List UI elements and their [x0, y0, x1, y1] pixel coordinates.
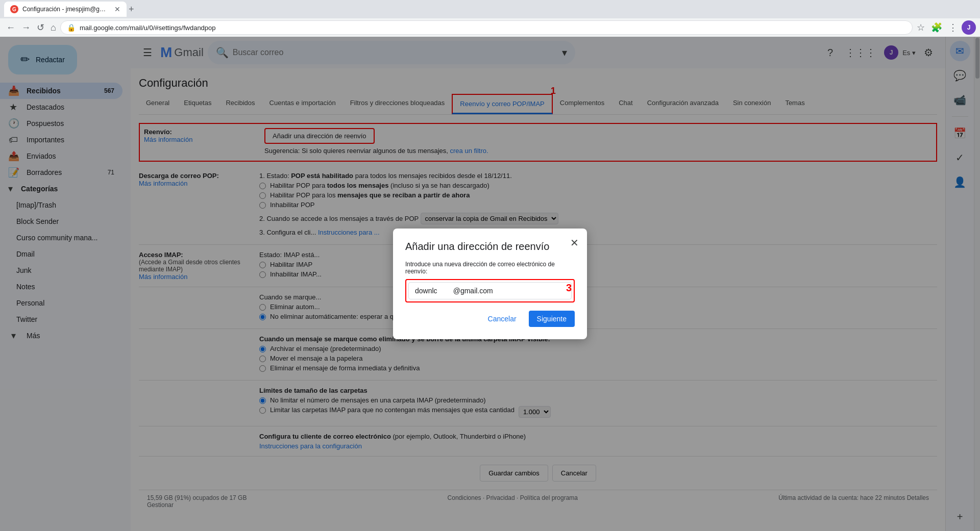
refresh-button[interactable]: ↺ — [35, 20, 46, 35]
address-bar[interactable]: 🔒 — [60, 20, 913, 35]
modal-email-input[interactable] — [408, 282, 572, 299]
close-tab-button[interactable]: ✕ — [114, 5, 120, 13]
modal-cancel-button[interactable]: Cancelar — [480, 311, 525, 327]
lock-icon: 🔒 — [67, 23, 76, 32]
address-input[interactable] — [80, 24, 906, 32]
browser-tabs: G Configuración - jmespjim@gma... ✕ + — [0, 0, 980, 18]
modal-actions: Cancelar Siguiente — [405, 311, 575, 327]
forward-button[interactable]: → — [19, 20, 33, 35]
modal-label: Introduce una nueva dirección de correo … — [405, 261, 575, 275]
browser-toolbar: ← → ↺ ⌂ 🔒 ☆ 🧩 ⋮ J — [0, 18, 980, 37]
modal-next-button[interactable]: Siguiente — [529, 311, 575, 327]
back-button[interactable]: ← — [4, 20, 17, 35]
modal-title: Añadir una dirección de reenvío — [405, 241, 575, 252]
modal-close-button[interactable]: ✕ — [570, 237, 579, 249]
modal-input-wrapper: 3 — [405, 279, 575, 302]
browser-avatar[interactable]: J — [962, 20, 976, 35]
browser-chrome: G Configuración - jmespjim@gma... ✕ + ← … — [0, 0, 980, 37]
toolbar-right: ☆ 🧩 ⋮ J — [915, 20, 976, 35]
active-tab[interactable]: G Configuración - jmespjim@gma... ✕ — [4, 2, 127, 17]
tab-favicon: G — [10, 5, 18, 13]
gmail-app: ✏ Redactar 📥 Recibidos 567 ★ Destacados … — [0, 37, 980, 531]
modal-overlay: Añadir una dirección de reenvío ✕ Introd… — [0, 37, 980, 531]
new-tab-button[interactable]: + — [129, 4, 134, 15]
home-button[interactable]: ⌂ — [48, 20, 58, 35]
extensions-button[interactable]: 🧩 — [929, 20, 944, 35]
browser-menu-button[interactable]: ⋮ — [946, 20, 960, 35]
tab-title: Configuración - jmespjim@gma... — [22, 6, 110, 13]
bookmark-button[interactable]: ☆ — [915, 20, 927, 35]
modal: Añadir una dirección de reenvío ✕ Introd… — [393, 229, 587, 339]
